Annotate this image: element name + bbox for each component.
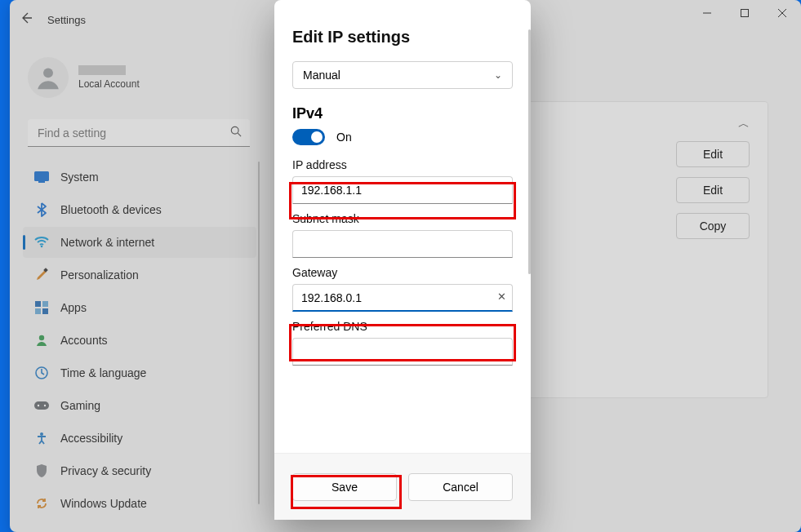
cancel-button[interactable]: Cancel [408,473,513,501]
subnet-label: Subnet mask [292,212,513,225]
dialog-footer: Save Cancel [274,453,531,520]
save-button[interactable]: Save [292,473,397,501]
ip-mode-select[interactable]: Manual ⌄ [292,61,513,89]
chevron-down-icon: ⌄ [494,69,502,81]
clear-icon[interactable]: ✕ [497,290,506,303]
ipv4-toggle[interactable] [292,129,325,145]
preferred-dns-input[interactable] [292,338,513,366]
ip-address-input[interactable] [292,176,513,204]
dialog-title: Edit IP settings [292,28,513,47]
gateway-label: Gateway [292,266,513,279]
preferred-dns-label: Preferred DNS [292,320,513,333]
subnet-input[interactable] [292,230,513,258]
ip-mode-value: Manual [303,69,340,82]
ipv4-toggle-label: On [336,131,352,144]
edit-ip-dialog: Edit IP settings Manual ⌄ IPv4 On IP add… [274,0,531,520]
dialog-scrollbar[interactable] [528,29,531,274]
ip-address-label: IP address [292,158,513,171]
ipv4-heading: IPv4 [292,105,513,122]
gateway-input[interactable] [292,284,513,312]
